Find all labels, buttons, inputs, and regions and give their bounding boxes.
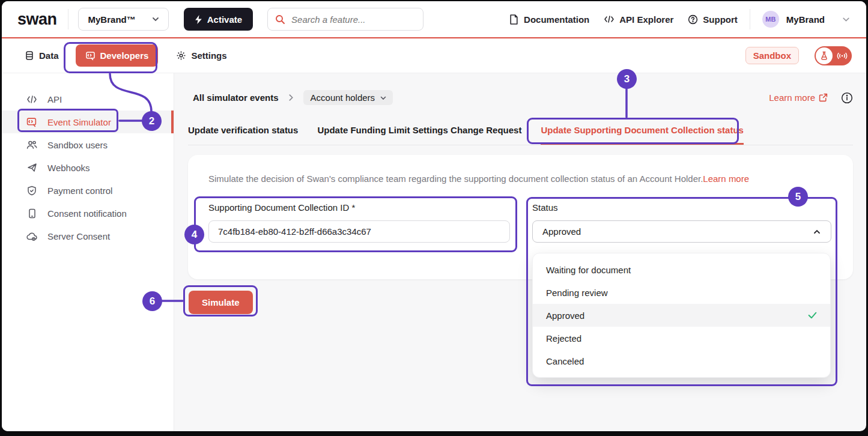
option-label: Rejected	[546, 333, 581, 344]
account-name: MyBrand	[786, 14, 825, 25]
database-icon	[25, 50, 34, 61]
option-label: Pending review	[546, 288, 608, 298]
api-explorer-label: API Explorer	[619, 14, 673, 25]
option-label: Waiting for document	[546, 265, 631, 275]
chevron-down-icon	[380, 94, 387, 101]
collection-id-group: Supporting Document Collection ID *	[208, 202, 510, 243]
chevron-right-icon	[287, 94, 295, 101]
breadcrumb-current: Account holders	[311, 92, 375, 103]
flask-icon	[816, 47, 833, 64]
brand-selector-label: MyBrand™	[88, 14, 136, 25]
status-option-approved[interactable]: Approved	[533, 304, 830, 327]
sidebar-item-webhooks[interactable]: Webhooks	[2, 156, 174, 179]
api-explorer-link[interactable]: API Explorer	[604, 14, 673, 25]
sidebar-item-event-simulator[interactable]: Event Simulator	[2, 111, 174, 133]
sidebar-item-label: Consent notification	[47, 208, 127, 219]
chevron-up-icon	[813, 228, 821, 236]
header-right: Documentation API Explorer Support MB My…	[494, 9, 851, 29]
sidebar-item-label: Payment control	[47, 186, 112, 196]
collection-id-input[interactable]	[208, 220, 510, 243]
breadcrumb: All simulator events Account holders Lea…	[188, 90, 853, 105]
breadcrumb-root[interactable]: All simulator events	[193, 92, 279, 103]
status-group: Status Approved Waiting for document	[532, 202, 831, 243]
shield-check-icon	[26, 186, 38, 196]
status-option-waiting[interactable]: Waiting for document	[533, 258, 830, 281]
sidebar-item-server-consent[interactable]: Server Consent	[2, 225, 174, 247]
activate-label: Activate	[207, 14, 242, 25]
sandbox-badge: Sandbox	[745, 47, 799, 64]
description-text: Simulate the decision of Swan's complian…	[208, 174, 703, 184]
nav-data-label: Data	[39, 50, 59, 61]
event-simulator-icon	[26, 117, 38, 127]
simulate-button[interactable]: Simulate	[189, 291, 253, 314]
support-label: Support	[703, 14, 738, 25]
document-icon	[509, 14, 519, 25]
sidebar-item-label: API	[47, 94, 62, 104]
cloud-icon	[26, 232, 38, 241]
nav-item-developers[interactable]: Developers	[76, 44, 159, 67]
sidebar-item-label: Webhooks	[47, 163, 90, 173]
status-select[interactable]: Approved	[532, 220, 831, 243]
sidebar-item-label: Event Simulator	[47, 117, 111, 127]
nav-developers-label: Developers	[100, 50, 149, 61]
sidebar-item-consent-notification[interactable]: Consent notification	[2, 202, 174, 225]
sidebar-item-payment-control[interactable]: Payment control	[2, 179, 174, 202]
option-label: Approved	[546, 310, 584, 321]
search-icon	[275, 14, 285, 25]
project-nav: Data Developers Settings Sandbox	[2, 38, 866, 73]
users-icon	[26, 140, 38, 150]
status-dropdown-menu: Waiting for document Pending review Appr…	[532, 253, 831, 378]
main-content: All simulator events Account holders Lea…	[174, 73, 866, 431]
info-icon[interactable]	[841, 92, 853, 104]
event-tabs: Update verification status Update Fundin…	[188, 125, 853, 145]
sidebar-item-label: Sandbox users	[47, 140, 108, 150]
tab-update-verification-status[interactable]: Update verification status	[188, 125, 298, 145]
code-icon	[604, 15, 615, 23]
sidebar-item-sandbox-users[interactable]: Sandbox users	[2, 133, 174, 156]
option-label: Canceled	[546, 356, 584, 366]
app-window: swan MyBrand™ Activate D	[2, 1, 866, 431]
breadcrumb-category-select[interactable]: Account holders	[303, 90, 393, 105]
external-link-icon	[819, 93, 828, 102]
documentation-link[interactable]: Documentation	[509, 14, 589, 25]
tab-update-funding-limit[interactable]: Update Funding Limit Settings Change Req…	[317, 125, 521, 145]
learn-more-link[interactable]: Learn more	[769, 92, 828, 103]
simulator-form-card: Simulate the decision of Swan's complian…	[188, 155, 853, 279]
nav-item-settings[interactable]: Settings	[176, 50, 226, 61]
learn-more-label: Learn more	[769, 92, 815, 103]
sidebar-item-api[interactable]: API	[2, 88, 174, 111]
environment-toggle[interactable]	[815, 46, 852, 65]
support-link[interactable]: Support	[688, 14, 738, 25]
documentation-label: Documentation	[524, 14, 589, 25]
help-icon	[688, 14, 698, 25]
search-input[interactable]	[291, 14, 416, 25]
avatar: MB	[762, 11, 779, 28]
paper-plane-icon	[26, 163, 38, 172]
nav-item-data[interactable]: Data	[25, 50, 59, 61]
swan-logo: swan	[17, 10, 57, 29]
smartphone-icon	[26, 208, 38, 219]
status-option-rejected[interactable]: Rejected	[533, 327, 830, 350]
status-option-canceled[interactable]: Canceled	[533, 350, 830, 372]
sidebar: API Event Simulator Sandbox users Webhoo…	[2, 73, 174, 431]
nav-settings-label: Settings	[191, 50, 226, 61]
status-option-pending[interactable]: Pending review	[533, 281, 830, 304]
top-header: swan MyBrand™ Activate D	[2, 1, 866, 37]
sidebar-item-label: Server Consent	[47, 231, 110, 241]
chevron-down-icon	[842, 15, 851, 24]
check-icon	[808, 312, 817, 319]
collection-id-label: Supporting Document Collection ID *	[208, 202, 510, 214]
header-divider	[68, 9, 68, 29]
live-signal-icon	[836, 52, 848, 60]
code-icon	[26, 95, 38, 103]
account-menu[interactable]: MB MyBrand	[762, 11, 851, 28]
learn-more-inline-link[interactable]: Learn more	[703, 174, 749, 184]
chevron-down-icon	[151, 15, 160, 23]
form-description: Simulate the decision of Swan's complian…	[208, 173, 831, 185]
header-divider	[750, 9, 750, 29]
brand-selector[interactable]: MyBrand™	[78, 8, 169, 31]
feature-search[interactable]	[267, 8, 423, 31]
tab-update-supporting-document[interactable]: Update Supporting Document Collection st…	[541, 125, 744, 145]
status-label: Status	[532, 202, 831, 214]
activate-button[interactable]: Activate	[184, 8, 253, 31]
